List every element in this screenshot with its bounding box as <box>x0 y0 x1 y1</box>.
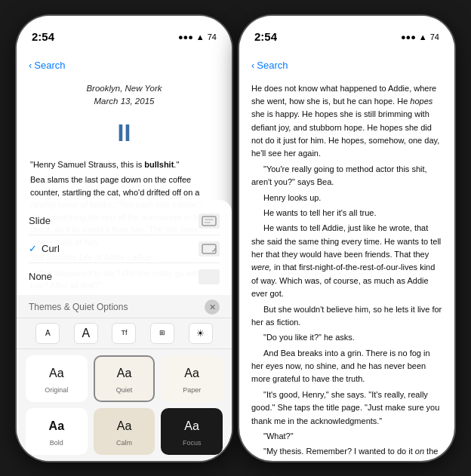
signal-icon-right: ●●● <box>401 32 416 41</box>
time-right: 2:54 <box>254 30 277 43</box>
wifi-icon-right: ▲ <box>419 32 427 41</box>
theme-calm-aa: Aa <box>117 417 132 436</box>
font-style-button[interactable]: Tf <box>112 323 136 344</box>
font-controls: A A Tf ⊞ ☀ <box>17 318 232 349</box>
wifi-icon: ▲ <box>196 32 205 41</box>
right-reader: He does not know what happened to Addie,… <box>239 82 454 461</box>
brightness-button[interactable]: ☀ <box>189 323 213 344</box>
theme-paper[interactable]: Aa Paper <box>161 355 223 402</box>
back-chevron-icon-right: ‹ <box>251 60 254 71</box>
theme-original-name: Original <box>45 385 68 396</box>
theme-focus-aa: Aa <box>184 417 199 436</box>
reader-content-left: Brooklyn, New York March 13, 2015 II "He… <box>17 82 232 461</box>
left-phone: 2:54 ●●● ▲ 74 ‹ Search Brooklyn, New Yor… <box>17 16 232 461</box>
theme-bold-name: Bold <box>50 438 63 449</box>
theme-calm-name: Calm <box>116 438 132 449</box>
book-location: Brooklyn, New York March 13, 2015 <box>30 82 218 109</box>
theme-original[interactable]: Aa Original <box>26 355 88 402</box>
svg-rect-0 <box>202 217 216 226</box>
battery-icon: 74 <box>208 32 217 41</box>
none-label: None <box>29 269 52 284</box>
theme-bold-aa: Aa <box>49 417 64 436</box>
status-bar-left: 2:54 ●●● ▲ 74 <box>17 16 232 49</box>
battery-icon-right: 74 <box>430 32 439 41</box>
themes-header: Themes & Quiet Options ✕ <box>17 295 232 318</box>
font-increase-button[interactable]: A <box>74 323 98 344</box>
slide-label: Slide <box>29 213 51 229</box>
theme-quiet[interactable]: Aa Quiet <box>94 355 155 402</box>
theme-quiet-name: Quiet <box>116 385 133 396</box>
layout-button[interactable]: ⊞ <box>150 323 174 344</box>
themes-grid: Aa Original Aa Quiet Aa Paper Aa Bold <box>17 349 232 460</box>
slide-icon <box>199 213 220 229</box>
overlay-panel: Slide ✓ Curl <box>17 200 232 461</box>
close-button[interactable]: ✕ <box>205 299 220 315</box>
theme-paper-aa: Aa <box>184 364 199 383</box>
theme-calm[interactable]: Aa Calm <box>94 408 155 455</box>
font-decrease-button[interactable]: A <box>35 323 60 344</box>
status-icons-left: ●●● ▲ 74 <box>178 32 217 41</box>
theme-original-aa: Aa <box>49 364 64 383</box>
curl-icon <box>199 241 220 256</box>
theme-paper-name: Paper <box>183 385 201 396</box>
theme-focus-name: Focus <box>183 438 202 449</box>
nav-bar-left: ‹ Search <box>17 49 232 82</box>
theme-quiet-aa: Aa <box>117 364 132 383</box>
scroll-option-none[interactable]: None <box>29 263 220 290</box>
back-button-right[interactable]: ‹ Search <box>251 60 288 71</box>
svg-rect-3 <box>202 244 216 253</box>
chapter-number: II <box>30 115 218 152</box>
svg-rect-1 <box>205 219 214 220</box>
back-label-right: Search <box>257 60 288 71</box>
nav-bar-right: ‹ Search <box>239 49 454 82</box>
back-button-left[interactable]: ‹ Search <box>29 60 66 71</box>
back-chevron-icon: ‹ <box>29 60 32 71</box>
theme-focus[interactable]: Aa Focus <box>161 408 223 455</box>
status-icons-right: ●●● ▲ 74 <box>401 32 439 41</box>
scroll-option-slide[interactable]: Slide <box>29 207 220 235</box>
scroll-options: Slide ✓ Curl <box>17 200 232 295</box>
check-icon: ✓ <box>29 241 37 256</box>
signal-icon: ●●● <box>178 32 193 41</box>
scroll-option-curl[interactable]: ✓ Curl <box>29 235 220 263</box>
phones-container: 2:54 ●●● ▲ 74 ‹ Search Brooklyn, New Yor… <box>17 16 454 461</box>
curl-label: Curl <box>42 241 60 256</box>
none-icon <box>199 269 220 284</box>
theme-bold[interactable]: Aa Bold <box>26 408 88 455</box>
themes-title: Themes & Quiet Options <box>29 300 128 315</box>
right-phone: 2:54 ●●● ▲ 74 ‹ Search He does not know … <box>239 16 454 461</box>
svg-rect-2 <box>205 222 211 223</box>
back-label-left: Search <box>34 60 65 71</box>
status-bar-right: 2:54 ●●● ▲ 74 <box>239 16 454 49</box>
time-left: 2:54 <box>32 30 54 43</box>
